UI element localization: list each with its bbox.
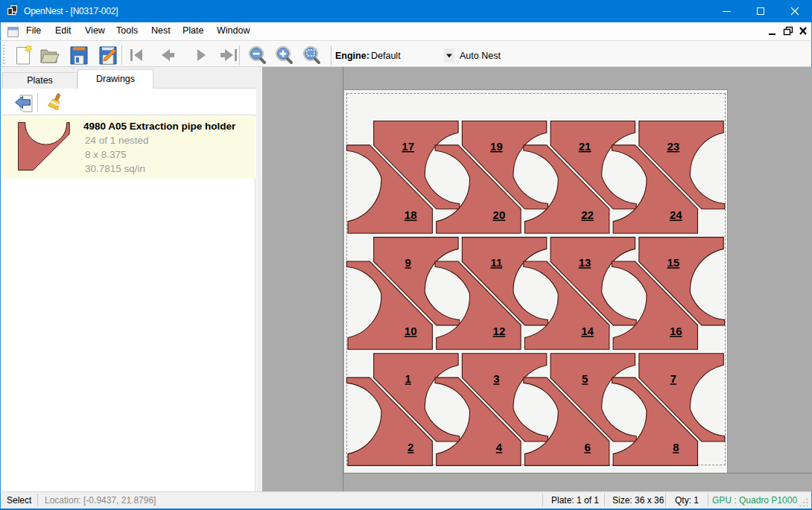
svg-text:15: 15 [667, 256, 679, 269]
svg-text:3: 3 [493, 372, 499, 385]
svg-text:9: 9 [405, 256, 411, 269]
svg-text:5: 5 [582, 372, 588, 385]
svg-text:22: 22 [581, 208, 594, 221]
svg-text:21: 21 [579, 140, 591, 153]
svg-text:14: 14 [581, 325, 594, 337]
svg-text:1: 1 [405, 372, 411, 385]
svg-text:18: 18 [405, 208, 417, 221]
svg-text:13: 13 [579, 256, 591, 269]
svg-text:19: 19 [490, 140, 503, 153]
svg-text:16: 16 [670, 325, 682, 337]
svg-text:11: 11 [490, 256, 502, 269]
svg-text:17: 17 [402, 140, 414, 153]
svg-text:20: 20 [493, 208, 506, 221]
svg-text:2: 2 [407, 441, 413, 453]
svg-text:10: 10 [405, 325, 417, 337]
svg-text:8: 8 [673, 441, 679, 453]
svg-text:12: 12 [493, 325, 506, 337]
svg-text:6: 6 [584, 441, 590, 453]
svg-text:23: 23 [667, 140, 679, 153]
svg-text:7: 7 [670, 372, 676, 385]
svg-text:24: 24 [670, 208, 682, 221]
svg-text:4: 4 [496, 441, 503, 453]
